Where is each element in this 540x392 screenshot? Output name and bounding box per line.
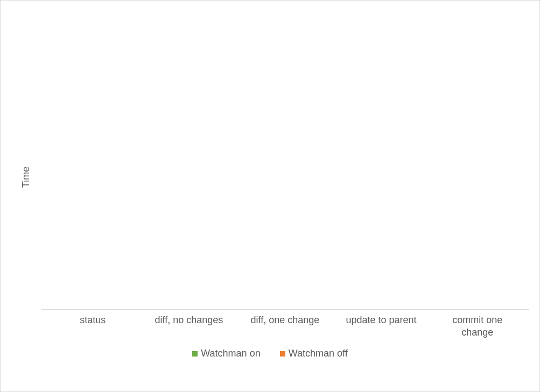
x-tick-label: diff, no changes: [141, 314, 237, 338]
legend-label: Watchman off: [289, 348, 348, 359]
legend-swatch-icon: [280, 351, 285, 357]
x-tick-label: diff, one change: [237, 314, 333, 338]
plot-area: [41, 16, 529, 310]
legend-swatch-icon: [192, 351, 198, 357]
x-tick-label: commit onechange: [429, 314, 525, 338]
legend: Watchman onWatchman off: [11, 348, 529, 359]
legend-item: Watchman on: [192, 348, 260, 359]
chart-frame: Time statusdiff, no changesdiff, one cha…: [0, 0, 540, 392]
legend-label: Watchman on: [201, 348, 260, 359]
x-tick-label: status: [45, 314, 141, 338]
legend-item: Watchman off: [280, 348, 348, 359]
y-axis: Time: [11, 16, 41, 338]
chart-body: Time statusdiff, no changesdiff, one cha…: [11, 16, 529, 338]
x-tick-label: update to parent: [333, 314, 430, 338]
x-axis-labels: statusdiff, no changesdiff, one changeup…: [41, 310, 529, 338]
y-axis-label: Time: [21, 166, 32, 187]
plot-column: statusdiff, no changesdiff, one changeup…: [41, 16, 529, 338]
